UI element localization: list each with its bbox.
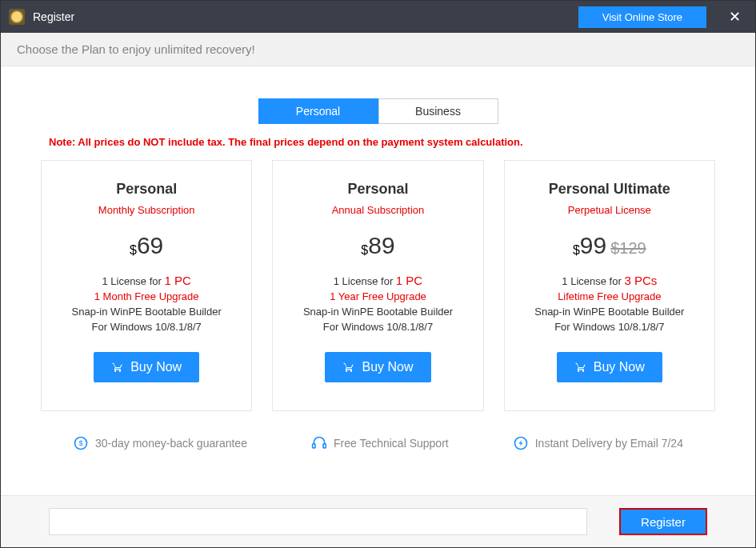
license-line: 1 License for 1 PC — [285, 274, 470, 287]
app-icon — [9, 9, 25, 25]
window-title: Register — [33, 10, 578, 23]
plan-subtitle: Monthly Subscription — [54, 204, 239, 216]
moneyback-icon: $ — [73, 435, 89, 451]
plan-subtitle: Annual Subscription — [285, 204, 470, 216]
feature-line: Snap-in WinPE Bootable Builder — [517, 306, 702, 318]
moneyback-assurance: $ 30-day money-back guarantee — [73, 435, 247, 451]
svg-text:$: $ — [78, 439, 82, 447]
headset-icon — [311, 435, 327, 451]
old-price: $129 — [610, 239, 646, 257]
buy-now-button[interactable]: Buy Now — [325, 352, 430, 382]
plan-card-annual: Personal Annual Subscription $89 1 Licen… — [272, 160, 483, 411]
feature-line: For Windows 10/8.1/8/7 — [54, 321, 239, 333]
upgrade-line: 1 Month Free Upgrade — [54, 290, 239, 302]
price-amount: 89 — [368, 232, 394, 258]
lightning-icon — [513, 435, 529, 451]
price-amount: 99 — [580, 232, 606, 258]
upgrade-line: 1 Year Free Upgrade — [285, 290, 470, 302]
plan-title: Personal — [285, 181, 470, 198]
price-amount: 69 — [137, 232, 163, 258]
plan-title: Personal — [54, 181, 239, 198]
register-button[interactable]: Register — [619, 508, 707, 535]
price: $99$129 — [517, 232, 702, 259]
currency-symbol: $ — [573, 243, 580, 257]
tab-business[interactable]: Business — [378, 98, 498, 124]
currency-symbol: $ — [361, 243, 368, 257]
tab-personal[interactable]: Personal — [258, 98, 378, 124]
delivery-assurance: Instant Delivery by Email 7/24 — [513, 435, 683, 451]
feature-line: For Windows 10/8.1/8/7 — [285, 321, 470, 333]
buy-now-button[interactable]: Buy Now — [557, 352, 662, 382]
upgrade-line: Lifetime Free Upgrade — [517, 290, 702, 302]
close-icon[interactable]: ✕ — [722, 8, 747, 26]
cart-icon — [111, 362, 124, 373]
price: $89 — [285, 232, 470, 259]
license-line: 1 License for 3 PCs — [517, 274, 702, 287]
pricing-cards: Personal Monthly Subscription $69 1 Lice… — [33, 160, 723, 411]
titlebar: Register Visit Online Store ✕ — [1, 1, 755, 33]
feature-line: For Windows 10/8.1/8/7 — [517, 321, 702, 333]
cart-icon — [574, 362, 587, 373]
plan-subtitle: Perpetual License — [517, 204, 702, 216]
feature-line: Snap-in WinPE Bootable Builder — [54, 306, 239, 318]
cart-icon — [342, 362, 355, 373]
plan-title: Personal Ultimate — [517, 181, 702, 198]
license-key-input[interactable] — [49, 508, 587, 535]
visit-online-store-button[interactable]: Visit Online Store — [578, 6, 706, 28]
svg-rect-2 — [313, 444, 315, 448]
assurances-row: $ 30-day money-back guarantee Free Techn… — [41, 435, 715, 451]
currency-symbol: $ — [130, 243, 137, 257]
tax-note: Note: All prices do NOT include tax. The… — [49, 136, 707, 148]
license-line: 1 License for 1 PC — [54, 274, 239, 287]
subheader-text: Choose the Plan to enjoy unlimited recov… — [1, 33, 755, 66]
svg-rect-3 — [323, 444, 326, 448]
plan-card-monthly: Personal Monthly Subscription $69 1 Lice… — [41, 160, 252, 411]
support-assurance: Free Technical Support — [311, 435, 449, 451]
feature-line: Snap-in WinPE Bootable Builder — [285, 306, 470, 318]
price: $69 — [54, 232, 239, 259]
plan-tabs: Personal Business — [33, 98, 723, 124]
plan-card-ultimate: Personal Ultimate Perpetual License $99$… — [504, 160, 715, 411]
footer-bar: Register — [1, 495, 755, 547]
content-area: Personal Business Note: All prices do NO… — [1, 66, 755, 451]
buy-now-button[interactable]: Buy Now — [94, 352, 199, 382]
